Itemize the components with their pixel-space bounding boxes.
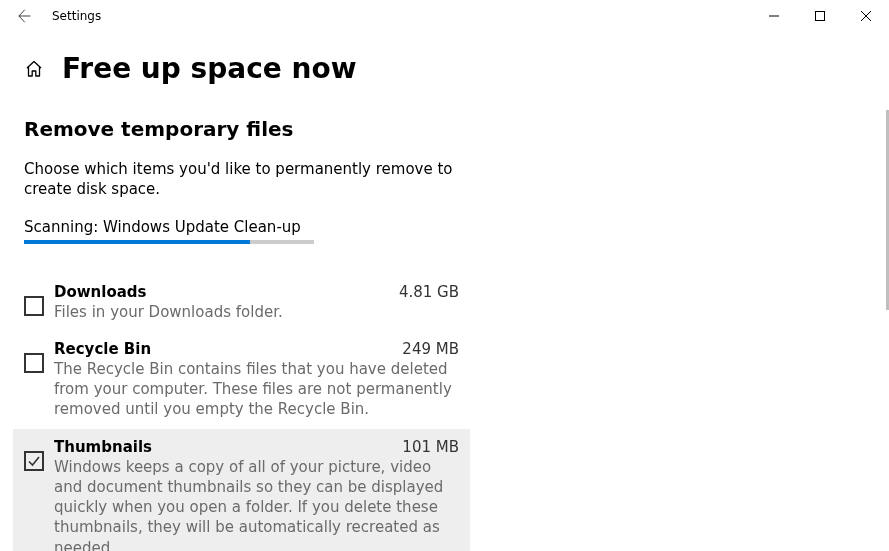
items-list: Downloads4.81 GBFiles in your Downloads … [13,274,470,552]
svg-rect-0 [816,12,825,21]
item-header: Thumbnails101 MB [54,438,459,456]
minimize-button[interactable] [751,0,797,32]
maximize-button[interactable] [797,0,843,32]
item-description: Files in your Downloads folder. [54,302,459,322]
checkbox-wrap [24,340,54,420]
page-title: Free up space now [62,52,357,85]
maximize-icon [815,11,825,21]
item-size: 4.81 GB [399,283,459,301]
item-header: Downloads4.81 GB [54,283,459,301]
item-description: Windows keeps a copy of all of your pict… [54,457,459,552]
list-item[interactable]: Recycle Bin249 MBThe Recycle Bin contain… [13,331,470,429]
titlebar: Settings [0,0,889,32]
checkbox[interactable] [24,353,44,373]
list-item[interactable]: Thumbnails101 MBWindows keeps a copy of … [13,429,470,552]
home-icon [24,59,44,79]
close-icon [861,11,871,21]
item-size: 249 MB [402,340,459,358]
item-header: Recycle Bin249 MB [54,340,459,358]
checkmark-icon [26,453,42,469]
item-body: Recycle Bin249 MBThe Recycle Bin contain… [54,340,459,420]
arrow-left-icon [16,8,32,24]
page-header: Free up space now [0,32,889,101]
back-button[interactable] [8,0,40,32]
close-button[interactable] [843,0,889,32]
checkbox-wrap [24,438,54,552]
home-button[interactable] [24,59,44,79]
checkbox[interactable] [24,451,44,471]
item-body: Thumbnails101 MBWindows keeps a copy of … [54,438,459,552]
item-body: Downloads4.81 GBFiles in your Downloads … [54,283,459,322]
item-size: 101 MB [402,438,459,456]
scan-progress-fill [24,240,250,244]
list-item[interactable]: Downloads4.81 GBFiles in your Downloads … [13,274,470,331]
app-name: Settings [52,9,101,23]
item-title: Downloads [54,283,147,301]
item-title: Recycle Bin [54,340,151,358]
checkbox[interactable] [24,296,44,316]
scan-progress [24,240,314,244]
item-description: The Recycle Bin contains files that you … [54,359,459,420]
item-title: Thumbnails [54,438,152,456]
section-description: Choose which items you'd like to permane… [24,159,470,200]
window-controls [751,0,889,32]
content-area: Remove temporary files Choose which item… [0,117,470,551]
minimize-icon [769,11,779,21]
section-title: Remove temporary files [24,117,470,141]
scan-status: Scanning: Windows Update Clean-up [24,218,470,236]
checkbox-wrap [24,283,54,322]
